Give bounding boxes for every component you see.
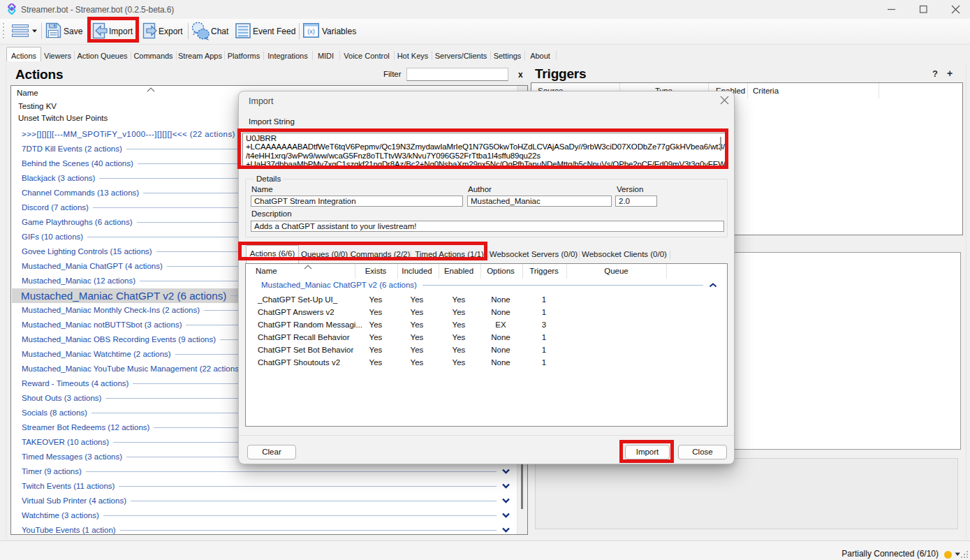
svg-text:(x): (x) bbox=[307, 28, 315, 35]
